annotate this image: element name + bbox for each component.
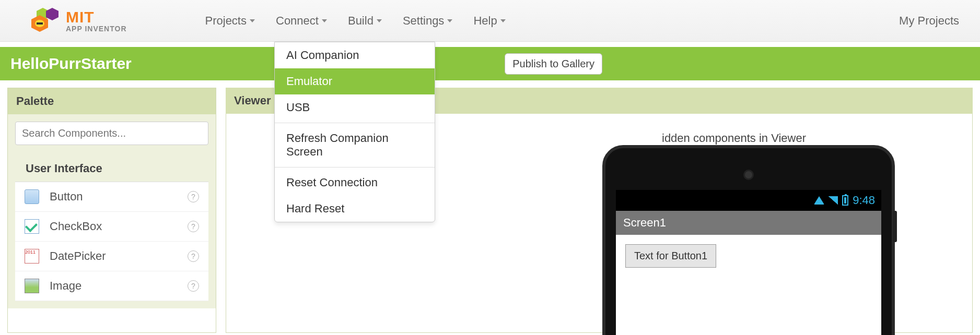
status-bar: 9:48 — [616, 190, 881, 211]
hidden-components-hint: idden components in Viewer — [662, 131, 806, 145]
menu-ai-companion[interactable]: AI Companion — [275, 42, 435, 68]
checkbox-icon — [25, 219, 39, 234]
connect-dropdown: AI Companion Emulator USB Refresh Compan… — [274, 42, 435, 222]
phone-speaker — [745, 171, 752, 178]
datepicker-icon — [25, 249, 39, 264]
divider — [275, 167, 435, 168]
palette-item-image[interactable]: Image ? — [15, 271, 208, 301]
search-input[interactable] — [15, 122, 208, 145]
brand-sub: APP INVENTOR — [66, 25, 127, 32]
palette-item-checkbox[interactable]: CheckBox ? — [15, 212, 208, 242]
menu-connect[interactable]: Connect — [276, 14, 327, 28]
divider — [275, 123, 435, 123]
palette-item-button[interactable]: Button ? — [15, 182, 208, 212]
image-icon — [25, 279, 39, 293]
brand-mit: MIT — [66, 9, 127, 25]
caret-icon — [250, 19, 255, 22]
battery-icon — [842, 195, 848, 206]
caret-icon — [447, 19, 452, 22]
logo-icon — [31, 8, 61, 34]
caret-icon — [500, 19, 506, 22]
menu-usb[interactable]: USB — [275, 94, 435, 121]
menu-settings[interactable]: Settings — [403, 14, 453, 28]
publish-button[interactable]: Publish to Gallery — [505, 53, 602, 75]
status-time: 9:48 — [853, 194, 875, 207]
menu-reset-connection[interactable]: Reset Connection — [275, 170, 435, 196]
menu-emulator[interactable]: Emulator — [275, 68, 435, 94]
menu-hard-reset[interactable]: Hard Reset — [275, 196, 435, 222]
svg-marker-1 — [46, 8, 59, 20]
button-icon — [25, 189, 39, 204]
help-icon[interactable]: ? — [188, 191, 199, 202]
wifi-icon — [814, 196, 824, 205]
palette-section-header[interactable]: User Interface — [15, 155, 208, 182]
palette-item-label: CheckBox — [50, 220, 188, 233]
phone-screen: 9:48 Screen1 Text for Button1 — [616, 190, 881, 335]
phone-side-button — [893, 211, 897, 242]
my-projects-link[interactable]: My Projects — [899, 14, 970, 28]
caret-icon — [322, 19, 327, 22]
palette-header: Palette — [8, 88, 216, 114]
caret-icon — [377, 19, 382, 22]
menu-help[interactable]: Help — [473, 14, 505, 28]
help-icon[interactable]: ? — [188, 280, 199, 292]
preview-button1[interactable]: Text for Button1 — [625, 244, 716, 268]
topmenu: Projects Connect Build Settings Help — [158, 14, 506, 28]
topbar: MIT APP INVENTOR Projects Connect Build … — [0, 0, 980, 42]
svg-rect-4 — [37, 22, 43, 25]
phone-mockup: 9:48 Screen1 Text for Button1 — [602, 145, 895, 335]
menu-projects[interactable]: Projects — [205, 14, 255, 28]
menu-refresh-companion[interactable]: Refresh Companion Screen — [275, 125, 435, 165]
palette-item-label: Button — [50, 190, 188, 204]
palette-item-label: DatePicker — [50, 249, 188, 263]
project-title: HelloPurrStarter — [10, 55, 132, 73]
palette-panel: Palette User Interface Button ? CheckBox… — [7, 88, 216, 333]
help-icon[interactable]: ? — [188, 221, 199, 232]
palette-item-label: Image — [50, 279, 188, 293]
logo[interactable]: MIT APP INVENTOR — [0, 8, 158, 34]
help-icon[interactable]: ? — [188, 250, 199, 262]
project-bar: HelloPurrStarter Screen1 Publish to Gall… — [0, 47, 980, 80]
signal-icon — [829, 196, 838, 205]
app-title-bar: Screen1 — [616, 211, 881, 235]
menu-build[interactable]: Build — [348, 14, 382, 28]
main: Palette User Interface Button ? CheckBox… — [0, 80, 980, 335]
app-content: Text for Button1 — [616, 235, 881, 277]
palette-item-datepicker[interactable]: DatePicker ? — [15, 242, 208, 271]
